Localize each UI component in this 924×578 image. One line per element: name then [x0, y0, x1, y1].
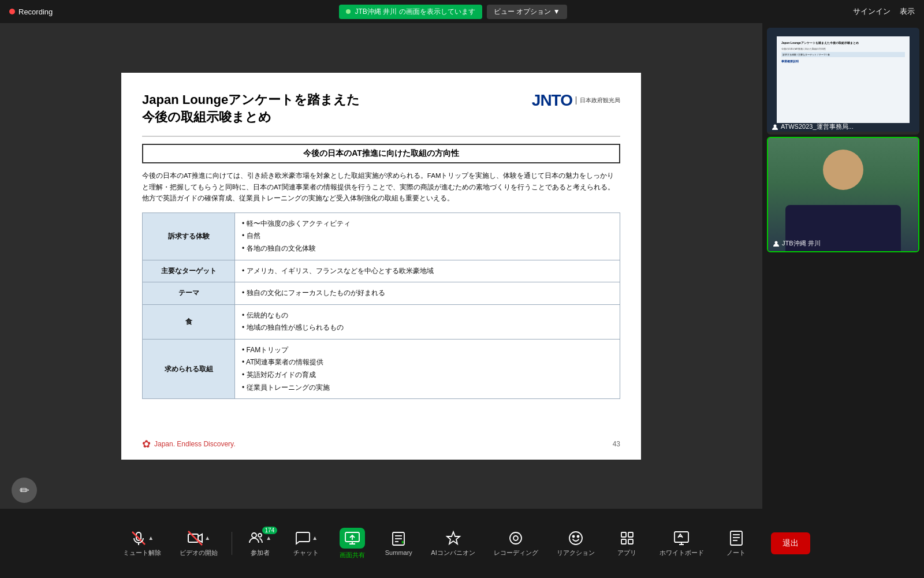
svg-point-6 [252, 533, 256, 538]
reaction-button[interactable]: リアクション [547, 525, 604, 562]
svg-rect-20 [628, 532, 633, 537]
table-row: 訴求する体験 軽〜中強度の歩くアクティビティ 自然 各地の独自の文化体験 [143, 212, 620, 260]
mute-button[interactable]: ▲ ミュート解除 [114, 525, 170, 562]
recording-dot [9, 9, 15, 14]
screenshare-icon [344, 530, 360, 546]
mute-label: ミュート解除 [123, 549, 161, 557]
svg-rect-22 [628, 539, 633, 544]
camera-off-icon [187, 530, 203, 546]
leave-button[interactable]: 退出 [771, 532, 810, 554]
slide-table: 訴求する体験 軽〜中強度の歩くアクティビティ 自然 各地の独自の文化体験 主要な… [142, 212, 620, 400]
row-content-4: FAMトリップ AT関連事業者の情報提供 英語対応ガイドの育成 従業員トレーニン… [235, 339, 620, 398]
participants-label: 参加者 [251, 549, 270, 557]
participants-count: 174 [262, 527, 278, 534]
apps-button[interactable]: アプリ [604, 525, 650, 562]
row-header-2: テーマ [143, 282, 235, 305]
direction-box: 今後の日本のAT推進に向けた取組の方向性 [142, 144, 620, 163]
table-row: 食 伝統的なもの 地域の独自性が感じられるもの [143, 304, 620, 339]
microphone-off-icon [131, 530, 147, 546]
notes-label: ノート [726, 549, 746, 557]
svg-point-15 [513, 536, 518, 540]
slide-title: Japan Loungeアンケートを踏まえた 今後の取組示唆まとめ [142, 91, 360, 127]
participants-button[interactable]: 174 ▲ 参加者 [237, 525, 283, 562]
view-options-button[interactable]: ビュー オプション ▼ [487, 5, 567, 19]
jnto-logo: JNTO 日本政府観光局 [532, 91, 620, 110]
chat-button[interactable]: ▲ チャット [283, 525, 329, 562]
recording-button[interactable]: レコーディング [485, 525, 547, 562]
table-row: テーマ 独自の文化にフォーカスしたものが好まれる [143, 282, 620, 305]
notes-button[interactable]: ノート [713, 525, 759, 562]
person-face [823, 150, 863, 190]
signin-link[interactable]: サインイン [853, 6, 891, 17]
summary-button[interactable]: Summary [375, 526, 422, 561]
reaction-icon [568, 530, 584, 546]
slide-divider [142, 136, 620, 137]
chat-icon [295, 530, 311, 546]
right-panel: Japan Loungeアンケートを踏まえた今後の取組示唆まとめ 今後の日本のA… [762, 23, 924, 509]
svg-rect-26 [731, 531, 742, 545]
japan-flower-icon: ✿ [142, 438, 151, 450]
svg-point-1 [775, 241, 778, 244]
svg-point-14 [510, 532, 521, 544]
svg-marker-13 [447, 532, 460, 544]
summary-icon [390, 531, 407, 547]
apps-icon [619, 530, 635, 546]
pres-thumb-content: Japan Loungeアンケートを踏まえた今後の取組示唆まとめ 今後の日本のA… [767, 28, 919, 132]
table-row: 求められる取組 FAMトリップ AT関連事業者の情報提供 英語対応ガイドの育成 … [143, 339, 620, 398]
share-active-dot [346, 9, 351, 14]
summary-label: Summary [385, 549, 412, 556]
display-button[interactable]: 表示 [900, 6, 915, 17]
annotation-button[interactable]: ✏ [12, 478, 37, 503]
participant-icon [772, 124, 778, 130]
reaction-label: リアクション [557, 549, 595, 557]
presentation-thumbnail[interactable]: Japan Loungeアンケートを踏まえた今後の取組示唆まとめ 今後の日本のA… [767, 28, 919, 135]
whiteboard-icon [673, 530, 690, 546]
svg-rect-19 [621, 532, 626, 537]
video-label: ビデオの開始 [180, 549, 218, 557]
svg-line-5 [188, 531, 202, 545]
svg-rect-23 [675, 532, 688, 542]
table-row: 主要なターゲット アメリカ、イギリス、フランスなどを中心とする欧米豪地域 [143, 260, 620, 282]
page-number: 43 [613, 440, 620, 448]
top-right-controls: サインイン 表示 [853, 6, 915, 17]
separator-1 [232, 532, 232, 555]
chat-label: チャット [293, 549, 319, 557]
video-participant-label: JTB沖縄 井川 [773, 239, 821, 248]
video-thumbnail[interactable]: JTB沖縄 井川 [767, 137, 919, 252]
ai-label: AIコンパニオン [431, 549, 475, 557]
row-content-0: 軽〜中強度の歩くアクティビティ 自然 各地の独自の文化体験 [235, 212, 620, 260]
svg-rect-21 [621, 539, 626, 544]
screenshare-label: 画面共有 [340, 551, 365, 560]
ai-icon [445, 530, 461, 546]
svg-point-7 [258, 534, 262, 537]
pres-mini-slide: Japan Loungeアンケートを踏まえた今後の取組示唆まとめ 今後の日本のA… [777, 36, 910, 123]
top-bar: Recording JTB沖縄 井川 の画面を表示しています ビュー オプション… [0, 0, 924, 23]
recording-indicator: Recording [9, 8, 53, 16]
recording-label: Recording [18, 8, 53, 16]
video-button[interactable]: ▲ ビデオの開始 [170, 525, 227, 562]
slide-body-text: 今後の日本のAT推進に向けては、引き続き欧米豪市場を対象とした取組実施が求められ… [142, 170, 620, 204]
svg-point-0 [774, 124, 777, 127]
slide-header: Japan Loungeアンケートを踏まえた 今後の取組示唆まとめ JNTO 日… [142, 91, 620, 127]
slide-footer: ✿ Japan. Endless Discovery. 43 [142, 438, 620, 450]
apps-label: アプリ [617, 549, 636, 557]
screen-share-text: JTB沖縄 井川 の画面を表示しています [355, 7, 475, 17]
whiteboard-button[interactable]: ホワイトボード [650, 525, 713, 562]
video-participant-icon [773, 240, 780, 247]
row-content-2: 独自の文化にフォーカスしたものが好まれる [235, 282, 620, 305]
screenshare-button[interactable]: 画面共有 [329, 523, 375, 564]
row-header-0: 訴求する体験 [143, 212, 235, 260]
recording-icon [508, 530, 524, 546]
slide: Japan Loungeアンケートを踏まえた 今後の取組示唆まとめ JNTO 日… [121, 73, 641, 460]
svg-point-18 [577, 535, 579, 537]
row-header-4: 求められる取組 [143, 339, 235, 398]
bottom-toolbar: ▲ ミュート解除 ▲ ビデオの開始 174 ▲ 参加者 [0, 509, 924, 578]
row-content-3: 伝統的なもの 地域の独自性が感じられるもの [235, 304, 620, 339]
svg-point-16 [569, 532, 582, 545]
row-header-3: 食 [143, 304, 235, 339]
row-header-1: 主要なターゲット [143, 260, 235, 282]
japan-brand: ✿ Japan. Endless Discovery. [142, 438, 236, 450]
screen-share-badge: JTB沖縄 井川 の画面を表示しています [339, 5, 482, 19]
ai-button[interactable]: AIコンパニオン [422, 525, 484, 562]
svg-point-17 [572, 535, 574, 537]
